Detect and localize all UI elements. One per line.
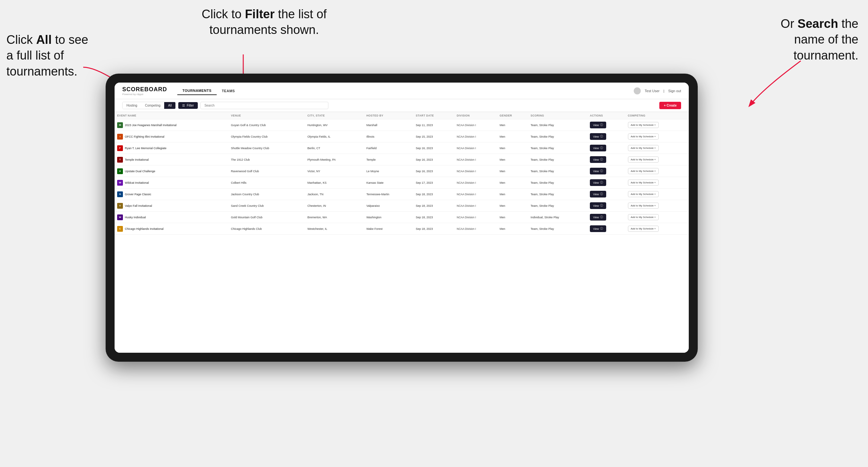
hosted-by-cell: Temple — [364, 154, 413, 165]
division-cell: NCAA Division I — [454, 200, 497, 212]
start-date-cell: Sep 18, 2023 — [413, 200, 454, 212]
filter-competing[interactable]: Competing — [141, 102, 164, 109]
scoring-cell: Team, Stroke Play — [528, 154, 587, 165]
actions-cell: View ⓘ — [587, 189, 625, 200]
start-date-cell: Sep 11, 2023 — [413, 119, 454, 131]
competing-cell: Add to My Schedule + — [625, 177, 689, 189]
scoring-cell: Individual, Stroke Play — [528, 212, 587, 223]
event-name-cell-1: I OFCC Fighting Illini Invitational — [115, 131, 228, 143]
filter-button[interactable]: ☰ Filter — [178, 102, 197, 109]
venue-cell: The 1912 Club — [228, 154, 305, 165]
team-logo: I — [117, 134, 123, 139]
col-scoring: SCORING — [528, 112, 587, 119]
view-button[interactable]: View ⓘ — [590, 145, 606, 151]
add-to-schedule-button[interactable]: Add to My Schedule + — [628, 145, 659, 151]
filter-all[interactable]: All — [164, 102, 176, 109]
start-date-cell: Sep 17, 2023 — [413, 177, 454, 189]
start-date-cell: Sep 18, 2023 — [413, 223, 454, 235]
event-name-cell-6: G Grover Page Classic — [115, 189, 228, 200]
create-button[interactable]: + Create — [659, 102, 681, 109]
gender-cell: Men — [497, 189, 528, 200]
nav-tab-tournaments[interactable]: TOURNAMENTS — [177, 87, 217, 95]
col-venue: VENUE — [228, 112, 305, 119]
view-button[interactable]: View ⓘ — [590, 156, 606, 163]
logo-title: SCOREBOARD — [122, 86, 167, 93]
actions-cell: View ⓘ — [587, 212, 625, 223]
city-state-cell: Chesterton, IN — [305, 200, 364, 212]
arrow-search-input — [724, 58, 804, 109]
view-button[interactable]: View ⓘ — [590, 168, 606, 175]
sign-out-link[interactable]: Sign out — [668, 89, 681, 93]
table-row: M 2023 Joe Feaganes Marshall Invitationa… — [115, 119, 689, 131]
hosted-by-cell: Tennessee-Martin — [364, 189, 413, 200]
competing-cell: Add to My Schedule + — [625, 143, 689, 154]
venue-cell: Gold Mountain Golf Club — [228, 212, 305, 223]
event-name-text: 2023 Joe Feaganes Marshall Invitational — [125, 124, 177, 127]
competing-cell: Add to My Schedule + — [625, 119, 689, 131]
actions-cell: View ⓘ — [587, 200, 625, 212]
col-actions: ACTIONS — [587, 112, 625, 119]
table-row: W Husky Individual Gold Mountain Golf Cl… — [115, 212, 689, 223]
event-name-cell-8: W Husky Individual — [115, 212, 228, 223]
annotation-top-center: Click to Filter the list oftournaments s… — [202, 6, 327, 38]
city-state-cell: Olympia Fields, IL — [305, 131, 364, 143]
division-cell: NCAA Division I — [454, 119, 497, 131]
competing-cell: Add to My Schedule + — [625, 131, 689, 143]
team-logo: W — [117, 214, 123, 220]
team-logo: C — [117, 226, 123, 232]
city-state-cell: Manhattan, KS — [305, 177, 364, 189]
event-name-cell-5: W Wildcat Invitational — [115, 177, 228, 189]
view-button[interactable]: View ⓘ — [590, 179, 606, 186]
start-date-cell: Sep 16, 2023 — [413, 165, 454, 177]
division-cell: NCAA Division I — [454, 131, 497, 143]
competing-cell: Add to My Schedule + — [625, 154, 689, 165]
start-date-cell: Sep 18, 2023 — [413, 212, 454, 223]
gender-cell: Men — [497, 131, 528, 143]
venue-cell: Sand Creek Country Club — [228, 200, 305, 212]
nav-tab-teams[interactable]: TEAMS — [217, 87, 240, 95]
hosted-by-cell: Marshall — [364, 119, 413, 131]
division-cell: NCAA Division I — [454, 223, 497, 235]
toolbar: Hosting Competing All ☰ Filter + Create — [115, 99, 689, 112]
table-row: W Wildcat Invitational Colbert HillsManh… — [115, 177, 689, 189]
actions-cell: View ⓘ — [587, 223, 625, 235]
add-to-schedule-button[interactable]: Add to My Schedule + — [628, 122, 659, 128]
team-logo: V — [117, 203, 123, 209]
hosted-by-cell: Fairfield — [364, 143, 413, 154]
venue-cell: Jackson Country Club — [228, 189, 305, 200]
view-button[interactable]: View ⓘ — [590, 191, 606, 197]
add-to-schedule-button[interactable]: Add to My Schedule + — [628, 226, 659, 232]
competing-cell: Add to My Schedule + — [625, 212, 689, 223]
view-button[interactable]: View ⓘ — [590, 225, 606, 232]
event-name-text: Wildcat Invitational — [125, 181, 149, 184]
add-to-schedule-button[interactable]: Add to My Schedule + — [628, 168, 659, 174]
view-button[interactable]: View ⓘ — [590, 202, 606, 209]
division-cell: NCAA Division I — [454, 143, 497, 154]
venue-cell: Ravenwood Golf Club — [228, 165, 305, 177]
division-cell: NCAA Division I — [454, 165, 497, 177]
scoring-cell: Team, Stroke Play — [528, 177, 587, 189]
view-button[interactable]: View ⓘ — [590, 133, 606, 140]
start-date-cell: Sep 15, 2023 — [413, 131, 454, 143]
search-input[interactable] — [200, 102, 329, 109]
venue-cell: Shuttle Meadow Country Club — [228, 143, 305, 154]
add-to-schedule-button[interactable]: Add to My Schedule + — [628, 180, 659, 186]
view-button[interactable]: View ⓘ — [590, 122, 606, 128]
add-to-schedule-button[interactable]: Add to My Schedule + — [628, 214, 659, 220]
add-to-schedule-button[interactable]: Add to My Schedule + — [628, 157, 659, 163]
event-name-cell-9: C Chicago Highlands Invitational — [115, 223, 228, 235]
add-to-schedule-button[interactable]: Add to My Schedule + — [628, 133, 659, 139]
team-logo: F — [117, 145, 123, 151]
view-button[interactable]: View ⓘ — [590, 214, 606, 221]
filter-btn-label: Filter — [187, 104, 194, 107]
hosted-by-cell: Valparaiso — [364, 200, 413, 212]
scoring-cell: Team, Stroke Play — [528, 131, 587, 143]
col-start-date: START DATE — [413, 112, 454, 119]
table-row: I OFCC Fighting Illini Invitational Olym… — [115, 131, 689, 143]
add-to-schedule-button[interactable]: Add to My Schedule + — [628, 191, 659, 197]
city-state-cell: Plymouth Meeting, PA — [305, 154, 364, 165]
filter-hosting[interactable]: Hosting — [123, 102, 141, 109]
actions-cell: View ⓘ — [587, 143, 625, 154]
add-to-schedule-button[interactable]: Add to My Schedule + — [628, 203, 659, 209]
hosted-by-cell: Washington — [364, 212, 413, 223]
